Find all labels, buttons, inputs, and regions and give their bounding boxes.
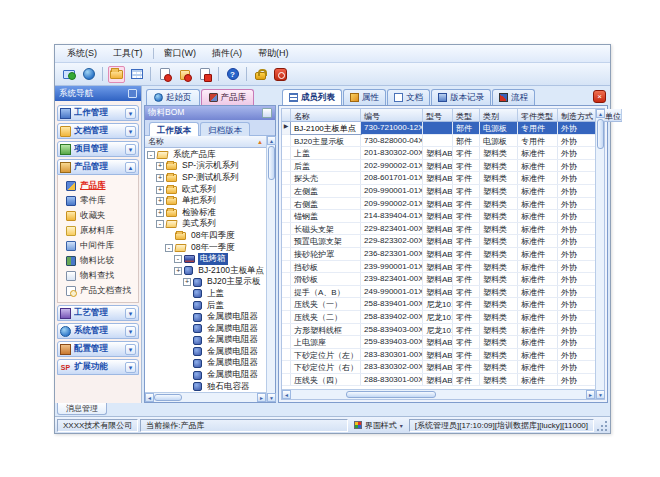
chevron-down-icon[interactable]	[125, 308, 136, 319]
scroll-up-icon[interactable]: ▲	[267, 136, 276, 145]
table-row[interactable]: BJ20主显示板 730-828000-04X 部件 电源板 专用件 外协 颗	[282, 135, 595, 148]
column-header[interactable]: 单位	[602, 109, 622, 121]
sidebar-item[interactable]: 产品文档查找	[58, 283, 138, 298]
table-row[interactable]: 压线夹（四） 288-830301-00X 塑料ABS 零件 塑料类 标准件 外…	[282, 374, 595, 387]
sidebar-group-project[interactable]: 项目管理	[57, 141, 139, 157]
tree-expander[interactable]: +	[156, 162, 164, 170]
help-icon[interactable]	[224, 66, 241, 83]
sidebar-item[interactable]: 零件库	[58, 193, 138, 208]
table-row[interactable]: 下砂定位片（右） 283-830302-00X 塑料ABS 零件 塑料类 标准件…	[282, 361, 595, 374]
folder-badge-icon[interactable]	[176, 66, 193, 83]
tree-expander[interactable]: +	[156, 174, 164, 182]
menu-item[interactable]: 系统(S)	[59, 45, 105, 62]
column-header[interactable]: 编号	[361, 109, 423, 121]
tab-message-manager[interactable]: 消息管理	[57, 403, 107, 415]
sidebar-item[interactable]: 原材料库	[58, 223, 138, 238]
table-row[interactable]: 上盖 201-830302-00X 塑料ABS 零件 塑料类 标准件 外协 条	[282, 147, 595, 160]
menu-item[interactable]: 插件(A)	[204, 45, 250, 62]
open-folder-icon[interactable]	[108, 66, 125, 83]
sidebar-item[interactable]: 收藏夹	[58, 208, 138, 223]
table-row[interactable]: 提手（A、B） 249-990001-01X 塑料ABS 零件 塑料类 标准件 …	[282, 286, 595, 299]
tree-row[interactable]: 金属膜电阻器	[145, 358, 266, 370]
sidebar-group-extension[interactable]: 扩展功能	[57, 359, 139, 375]
report-grid-icon[interactable]	[128, 66, 145, 83]
tree-expander[interactable]: +	[156, 197, 164, 205]
table-row[interactable]: 压线夹（二） 258-839402-00X 尼龙1010 零件 塑料类 标准件 …	[282, 311, 595, 324]
chevron-down-icon[interactable]	[125, 144, 136, 155]
sidebar-group-system[interactable]: 系统管理	[57, 323, 139, 339]
menu-item[interactable]: 窗口(W)	[156, 45, 205, 62]
tree-row[interactable]: - 08年一季度	[145, 242, 266, 254]
tree-row[interactable]: + SP-演示机系列	[145, 161, 266, 173]
scroll-down-icon[interactable]: ▼	[596, 390, 605, 399]
chevron-down-icon[interactable]	[125, 326, 136, 337]
globe-icon[interactable]	[80, 66, 97, 83]
tab-archived-version[interactable]: 归档版本	[200, 122, 250, 136]
tree-row[interactable]: 上盖	[145, 288, 266, 300]
scroll-left-icon[interactable]: ◄	[145, 393, 154, 402]
ui-style-dropdown[interactable]: 界面样式	[350, 420, 407, 431]
member-tab[interactable]: 属性	[343, 89, 386, 105]
chevron-down-icon[interactable]	[125, 108, 136, 119]
tree-expander[interactable]: +	[183, 278, 191, 286]
scroll-right-icon[interactable]: ►	[257, 393, 266, 402]
tree-row[interactable]: - 美式系列	[145, 219, 266, 231]
tree-row[interactable]: 08年四季度	[145, 230, 266, 242]
table-row[interactable]: 预置电源支架 229-823302-00X 塑料ABS 零件 塑料类 标准件 外…	[282, 235, 595, 248]
table-row[interactable]: 压线夹（一） 258-839401-00X 尼龙1010 零件 塑料类 标准件 …	[282, 298, 595, 311]
column-header[interactable]: 零件类型	[518, 109, 558, 121]
sidebar-item[interactable]: 物料查找	[58, 268, 138, 283]
tree-expander[interactable]: +	[156, 186, 164, 194]
tree-row[interactable]: + 单把系列	[145, 195, 266, 207]
close-icon[interactable]	[593, 90, 606, 103]
tree-row[interactable]: 金属膜电阻器	[145, 369, 266, 381]
tree-row[interactable]: + BJ20主显示板	[145, 277, 266, 289]
tree-expander[interactable]: -	[165, 244, 173, 252]
table-row[interactable]: ▶ BJ-2100主板单点 730-721000-12X 部件 电源板 专用件 …	[282, 122, 595, 135]
table-row[interactable]: 左侧盖 209-990001-01X 塑料ABS 零件 塑料类 标准件 外协 条	[282, 185, 595, 198]
tab-working-version[interactable]: 工作版本	[149, 122, 199, 136]
sidebar-group-config[interactable]: 配置管理	[57, 341, 139, 357]
monitor-icon[interactable]	[60, 66, 77, 83]
scroll-down-icon[interactable]: ▼	[267, 393, 276, 402]
table-row[interactable]: 后盖 202-990002-01X 塑料ABS 零件 塑料类 标准件 外协 条	[282, 160, 595, 173]
tree-row[interactable]: + BJ-2100主板单点	[145, 265, 266, 277]
sidebar-group-product[interactable]: 产品管理	[57, 159, 139, 175]
table-row[interactable]: 滑砂板 239-823401-00X 塑料ABS 零件 塑料类 标准件 外协 条	[282, 273, 595, 286]
chevron-up-icon[interactable]	[125, 162, 136, 173]
pin-icon[interactable]	[262, 108, 272, 118]
table-row[interactable]: 锚钢盖 214-839404-01X 塑料ABS 零件 塑料类 标准件 外协 条	[282, 210, 595, 223]
sidebar-group-document[interactable]: 文档管理	[57, 123, 139, 139]
table-vertical-scrollbar[interactable]: ▲ ▼	[595, 109, 604, 399]
column-header[interactable]: 型号	[423, 109, 453, 121]
member-tab[interactable]: 文档	[387, 89, 430, 105]
chevron-down-icon[interactable]	[125, 126, 136, 137]
chevron-down-icon[interactable]	[125, 344, 136, 355]
doc-badge-icon[interactable]	[156, 66, 173, 83]
table-row[interactable]: 上电源座 259-839403-00X 塑料ABS 零件 塑料类 标准件 外协 …	[282, 336, 595, 349]
tree-row[interactable]: 金属膜电阻器	[145, 323, 266, 335]
tab-start-page[interactable]: 起始页	[146, 89, 200, 105]
menu-item[interactable]: 帮助(H)	[250, 45, 297, 62]
sidebar-item[interactable]: 产品库	[58, 178, 138, 193]
tree-expander[interactable]: -	[147, 151, 155, 159]
tree-row[interactable]: 独石电容器	[145, 381, 266, 392]
resize-grip[interactable]	[596, 419, 608, 432]
collapse-icon[interactable]	[128, 89, 137, 98]
scroll-left-icon[interactable]: ◄	[282, 390, 291, 399]
table-row[interactable]: 右侧盖 209-990002-01X 塑料ABS 零件 塑料类 标准件 外协 条	[282, 198, 595, 211]
chevron-down-icon[interactable]	[125, 362, 136, 373]
scroll-thumb[interactable]	[597, 119, 604, 149]
tree-row[interactable]: 金属膜电阻器	[145, 335, 266, 347]
sidebar-group-process[interactable]: 工艺管理	[57, 305, 139, 321]
table-row[interactable]: 长磁头支架 229-823401-00X 塑料ABS 零件 塑料类 标准件 外协…	[282, 223, 595, 236]
tree-expander[interactable]: +	[156, 209, 164, 217]
table-row[interactable]: 下砂定位片（左） 283-830301-00X 塑料ABS 零件 塑料类 标准件…	[282, 349, 595, 362]
sidebar-group-work[interactable]: 工作管理	[57, 105, 139, 121]
tree-row[interactable]: 后盖	[145, 300, 266, 312]
tree-column-header[interactable]: 名称	[145, 136, 266, 148]
doc-close-badge-icon[interactable]	[196, 66, 213, 83]
scroll-thumb[interactable]	[154, 394, 182, 401]
member-tab[interactable]: 成员列表	[282, 89, 342, 105]
tree-row[interactable]: + SP-测试机系列	[145, 172, 266, 184]
